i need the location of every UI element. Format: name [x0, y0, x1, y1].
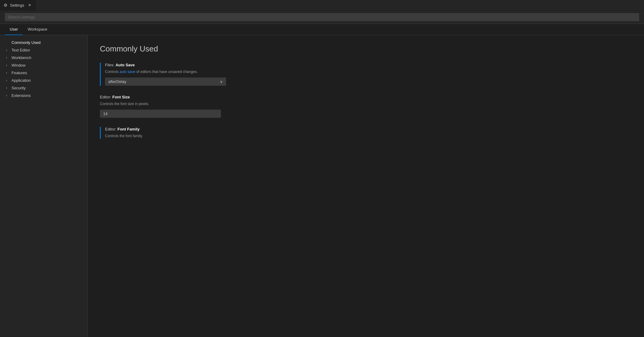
auto-save-dropdown[interactable]: afterDelay ∨ [105, 78, 226, 86]
settings-tab[interactable]: ⚙ Settings ✕ [0, 0, 36, 10]
font-size-input[interactable] [100, 110, 221, 118]
sidebar-item-extensions-label: Extensions [12, 93, 31, 98]
sidebar-item-features[interactable]: › Features [0, 69, 87, 77]
settings-tab-label: Settings [10, 3, 24, 8]
sidebar-item-workbench-label: Workbench [12, 55, 31, 60]
chevron-right-icon: › [6, 48, 10, 52]
sidebar-item-workbench[interactable]: › Workbench [0, 54, 87, 61]
chevron-right-icon: › [6, 64, 10, 67]
setting-font-size-label: Editor: Font Size [100, 95, 632, 99]
chevron-right-icon: › [6, 71, 10, 74]
tab-user[interactable]: User [5, 24, 23, 35]
sidebar-item-window[interactable]: › Window [0, 61, 87, 69]
setting-font-family-label: Editor: Font Family [105, 127, 632, 131]
settings-tabs: User Workspace [0, 24, 644, 35]
sidebar-item-application-label: Application [12, 78, 31, 83]
auto-save-link[interactable]: auto save [120, 70, 135, 74]
search-input[interactable] [5, 13, 639, 21]
sidebar-item-security-label: Security [12, 86, 26, 90]
setting-auto-save-description: Controls auto save of editors that have … [105, 69, 632, 74]
content-area: User Workspace Commonly Used › Text Edit… [0, 24, 644, 337]
sidebar-item-text-editor-label: Text Editor [12, 48, 30, 52]
auto-save-dropdown-value: afterDelay [108, 79, 126, 84]
chevron-right-icon: › [6, 94, 10, 97]
sidebar-item-features-label: Features [12, 71, 27, 75]
sidebar-item-security[interactable]: › Security [0, 84, 87, 92]
sidebar-item-text-editor[interactable]: › Text Editor [0, 46, 87, 54]
chevron-right-icon: › [6, 79, 10, 82]
chevron-right-icon: › [6, 86, 10, 90]
sidebar-item-commonly-used-label: Commonly Used [12, 40, 41, 45]
sidebar-item-application[interactable]: › Application [0, 77, 87, 84]
section-title: Commonly Used [100, 44, 632, 54]
search-bar [0, 11, 644, 24]
sidebar: Commonly Used › Text Editor › Workbench … [0, 35, 88, 337]
chevron-down-icon: ∨ [220, 80, 223, 84]
setting-auto-save-label: Files: Auto Save [105, 63, 632, 67]
chevron-right-icon: › [6, 56, 10, 59]
sidebar-item-window-label: Window [12, 63, 25, 68]
settings-tab-icon: ⚙ [4, 3, 8, 8]
setting-font-size: Editor: Font Size Controls the font size… [100, 95, 632, 118]
setting-font-family-description: Controls the font family. [105, 133, 632, 139]
setting-font-family: Editor: Font Family Controls the font fa… [100, 127, 632, 139]
sidebar-item-extensions[interactable]: › Extensions [0, 92, 87, 99]
sidebar-item-commonly-used[interactable]: Commonly Used [0, 39, 87, 46]
main-layout: Commonly Used › Text Editor › Workbench … [0, 35, 644, 337]
setting-font-size-description: Controls the font size in pixels. [100, 101, 632, 107]
main-content: Commonly Used Files: Auto Save Controls … [88, 35, 644, 337]
tab-workspace[interactable]: Workspace [23, 24, 52, 35]
tab-bar: ⚙ Settings ✕ [0, 0, 644, 11]
settings-tab-close[interactable]: ✕ [27, 2, 32, 8]
setting-auto-save: Files: Auto Save Controls auto save of e… [100, 63, 632, 86]
